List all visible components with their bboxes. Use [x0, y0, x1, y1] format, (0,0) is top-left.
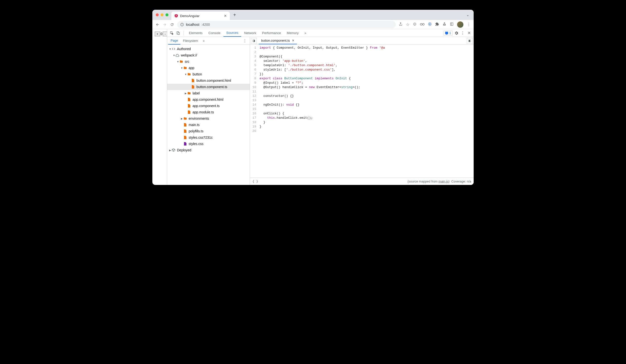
devtools-menu-icon[interactable]: ⋮: [460, 30, 465, 36]
extension-icon-1[interactable]: [413, 22, 417, 27]
device-toggle-icon[interactable]: [175, 30, 181, 36]
tab-sources[interactable]: Sources: [223, 29, 241, 37]
nav-more-tabs-icon[interactable]: »: [200, 37, 207, 44]
svg-point-9: [429, 23, 430, 25]
extension-icon-2[interactable]: [420, 22, 425, 27]
folder-icon: [187, 72, 191, 76]
close-editor-tab-icon[interactable]: ✕: [292, 39, 295, 42]
issues-count: 1: [449, 31, 451, 35]
file-icon: [187, 98, 191, 102]
file-icon: [191, 79, 195, 82]
tree-button-ts[interactable]: button.component.ts: [167, 84, 250, 90]
tab-memory[interactable]: Memory: [284, 30, 302, 36]
share-icon[interactable]: [399, 22, 403, 27]
navigator-tabs: Page Filesystem » ⋮: [167, 37, 250, 45]
file-icon: [183, 129, 187, 133]
site-info-icon[interactable]: [180, 23, 184, 27]
file-icon: [187, 104, 191, 108]
code-editor[interactable]: 1234567891011121314151617181920 import {…: [250, 45, 474, 178]
tab-network[interactable]: Network: [241, 30, 259, 36]
tree-styles-q[interactable]: styles.css?231c: [167, 134, 250, 141]
tree-main-ts[interactable]: main.ts: [167, 122, 250, 128]
toggle-debugger-icon[interactable]: [467, 38, 473, 44]
more-tabs-icon[interactable]: »: [302, 30, 309, 36]
line-gutter: 1234567891011121314151617181920: [250, 45, 258, 178]
angular-icon: [174, 14, 178, 18]
profile-avatar[interactable]: [457, 21, 464, 28]
counter-value: 0: [160, 32, 163, 36]
file-icon: [187, 110, 191, 114]
browser-tab[interactable]: DemoAngular ✕: [171, 12, 230, 20]
labs-icon[interactable]: [442, 22, 446, 27]
folder-icon: [183, 116, 187, 120]
browser-menu-icon[interactable]: ⋮: [467, 22, 471, 27]
source-map-link[interactable]: main.js: [439, 180, 449, 183]
tab-console[interactable]: Console: [205, 30, 223, 36]
content-area: + 0 - Elements Console Sources Network P…: [152, 29, 474, 185]
url-host: localhost: [186, 23, 199, 27]
coverage-info: Coverage: n/a: [451, 180, 471, 183]
svg-point-5: [415, 24, 415, 24]
svg-rect-10: [451, 23, 453, 25]
svg-point-7: [423, 23, 425, 25]
code-panel: button.component.ts ✕ 123456789101112131…: [250, 37, 474, 185]
editor-tab[interactable]: button.component.ts ✕: [259, 37, 297, 44]
tree-authored[interactable]: ▼Authored: [167, 46, 250, 52]
close-window-button[interactable]: [156, 13, 159, 16]
tree-label-folder[interactable]: ▶label: [167, 90, 250, 96]
tree-src[interactable]: ▼src: [167, 58, 250, 65]
inspect-element-icon[interactable]: [169, 30, 175, 36]
tree-environments[interactable]: ▶environments: [167, 115, 250, 122]
settings-icon[interactable]: [454, 30, 459, 36]
deployed-icon: [172, 148, 175, 152]
tab-elements[interactable]: Elements: [186, 30, 205, 36]
editor-footer: { } (source mapped from main.js) Coverag…: [250, 178, 474, 185]
new-tab-button[interactable]: +: [231, 11, 238, 18]
editor-tabbar: button.component.ts ✕: [250, 37, 474, 45]
url-input[interactable]: localhost:4200: [177, 21, 396, 28]
tab-performance[interactable]: Performance: [259, 30, 284, 36]
file-icon: [183, 142, 187, 146]
navigator-menu-icon[interactable]: ⋮: [241, 37, 249, 44]
file-icon: [191, 85, 195, 89]
reload-button[interactable]: [170, 22, 174, 27]
forward-button[interactable]: [162, 22, 167, 27]
close-tab-icon[interactable]: ✕: [224, 14, 227, 18]
footer-info: (source mapped from main.js) Coverage: n…: [407, 180, 471, 183]
issues-badge[interactable]: 1: [443, 31, 453, 36]
extension-icon-3[interactable]: [428, 22, 432, 27]
file-icon: [183, 123, 187, 127]
tree-polyfills-ts[interactable]: polyfills.ts: [167, 128, 250, 134]
tabs-dropdown-icon[interactable]: ⌄: [464, 13, 471, 17]
increment-button[interactable]: +: [155, 32, 160, 36]
nav-tab-page[interactable]: Page: [168, 37, 180, 44]
tree-webpack[interactable]: ▼webpack://: [167, 52, 250, 58]
tree-app-html[interactable]: app.component.html: [167, 96, 250, 103]
url-port: :4200: [201, 23, 210, 27]
cloud-icon: [175, 53, 179, 57]
back-button[interactable]: [155, 22, 160, 27]
tree-deployed[interactable]: ▶Deployed: [167, 147, 250, 153]
maximize-window-button[interactable]: [165, 13, 168, 16]
code-icon: [172, 47, 175, 51]
tree-app-ts[interactable]: app.component.ts: [167, 103, 250, 109]
tree-app-module[interactable]: app.module.ts: [167, 109, 250, 115]
svg-rect-2: [182, 24, 182, 24]
minimize-window-button[interactable]: [161, 13, 163, 16]
devtools-toolbar: Elements Console Sources Network Perform…: [167, 29, 474, 37]
close-devtools-icon[interactable]: ✕: [466, 30, 472, 36]
tree-styles[interactable]: styles.css: [167, 141, 250, 147]
format-code-icon[interactable]: { }: [252, 180, 258, 183]
tree-button-html[interactable]: button.component.html: [167, 77, 250, 84]
bookmark-icon[interactable]: ☆: [406, 22, 409, 27]
folder-icon: [179, 60, 183, 64]
reader-icon[interactable]: [450, 22, 454, 27]
nav-tab-filesystem[interactable]: Filesystem: [180, 37, 200, 44]
toggle-navigator-icon[interactable]: [251, 38, 257, 44]
address-bar: localhost:4200 ☆ ⋮: [152, 20, 474, 29]
decrement-button[interactable]: -: [163, 32, 167, 36]
svg-rect-14: [178, 32, 179, 35]
tree-app[interactable]: ▼app: [167, 65, 250, 71]
extensions-icon[interactable]: [435, 22, 439, 27]
tree-button-folder[interactable]: ▼button: [167, 71, 250, 77]
